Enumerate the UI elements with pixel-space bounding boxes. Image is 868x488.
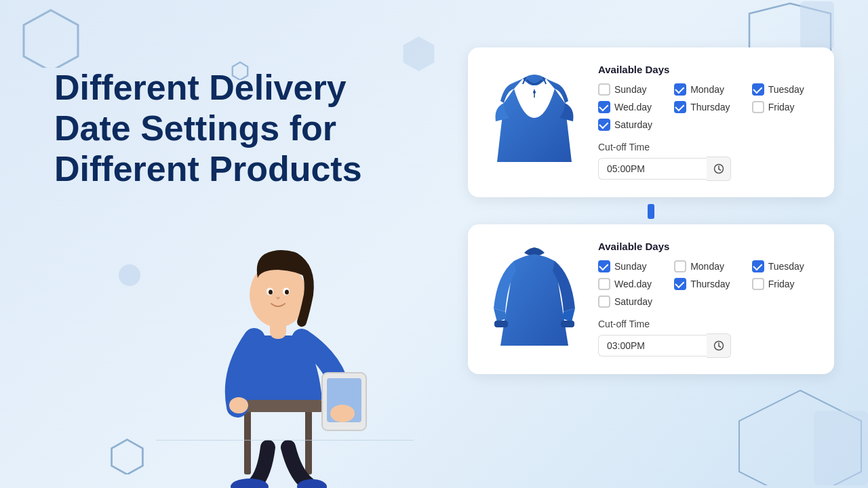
cards-connector xyxy=(648,204,654,219)
card1-label-monday: Monday xyxy=(690,84,724,95)
svg-rect-28 xyxy=(494,321,508,327)
card1-checkbox-tuesday[interactable] xyxy=(752,83,764,96)
cards-section: Available Days Sunday Monday Tuesday xyxy=(468,47,834,374)
card1-checkbox-wednesday[interactable] xyxy=(598,101,610,113)
card2-checkbox-friday[interactable] xyxy=(752,278,764,290)
card1-day-friday: Friday xyxy=(752,101,815,113)
product-image-longsleeve xyxy=(487,241,582,349)
svg-point-21 xyxy=(285,290,289,295)
card1-label-tuesday: Tuesday xyxy=(768,84,804,95)
person-illustration xyxy=(149,203,407,488)
card1-checkbox-friday[interactable] xyxy=(752,101,764,113)
deco-shape-bottom-right xyxy=(732,384,868,488)
bottom-divider xyxy=(156,440,414,441)
card2-checkbox-wednesday[interactable] xyxy=(598,278,610,290)
card1-day-thursday: Thursday xyxy=(674,101,741,113)
svg-rect-7 xyxy=(814,411,868,485)
card2-label-friday: Friday xyxy=(768,279,795,289)
card2-day-friday: Friday xyxy=(752,278,815,290)
card2-day-thursday: Thursday xyxy=(674,278,741,290)
card1-label-thursday: Thursday xyxy=(690,102,730,113)
svg-marker-6 xyxy=(739,390,861,485)
card1-checkbox-saturday[interactable] xyxy=(598,119,610,131)
card2-label-monday: Monday xyxy=(690,261,724,272)
svg-line-32 xyxy=(719,346,721,348)
card1-label-friday: Friday xyxy=(768,102,795,113)
svg-rect-8 xyxy=(244,407,251,474)
card1-content: Available Days Sunday Monday Tuesday xyxy=(598,64,815,181)
svg-line-27 xyxy=(719,169,721,171)
card1-checkbox-thursday[interactable] xyxy=(674,101,686,113)
card1-time-button[interactable] xyxy=(707,157,731,181)
card2-time-input-row xyxy=(598,333,815,358)
card2-content: Available Days Sunday Monday Tuesday xyxy=(598,241,815,358)
card2-day-sunday: Sunday xyxy=(598,260,663,272)
card2-label-thursday: Thursday xyxy=(690,279,730,289)
card1-checkbox-sunday[interactable] xyxy=(598,83,610,96)
card2-checkbox-tuesday[interactable] xyxy=(752,260,764,272)
card2-checkbox-monday[interactable] xyxy=(674,260,686,272)
card2-label-sunday: Sunday xyxy=(614,261,646,272)
svg-point-20 xyxy=(269,290,273,295)
card2-section-title: Available Days xyxy=(598,241,815,252)
product-image-polo xyxy=(487,64,582,165)
card2-label-saturday: Saturday xyxy=(614,296,652,307)
card1-time-input-row xyxy=(598,157,815,181)
title-block: Different Delivery Date Settings for Dif… xyxy=(54,68,420,189)
clock-icon xyxy=(713,163,724,174)
card2-label-tuesday: Tuesday xyxy=(768,261,804,272)
svg-point-24 xyxy=(533,91,536,94)
card-polo: Available Days Sunday Monday Tuesday xyxy=(468,47,834,197)
card1-checkbox-monday[interactable] xyxy=(674,83,686,96)
card1-label-saturday: Saturday xyxy=(614,119,652,130)
svg-point-15 xyxy=(330,405,355,422)
card1-section-title: Available Days xyxy=(598,64,815,75)
svg-rect-9 xyxy=(305,407,312,474)
card2-checkbox-sunday[interactable] xyxy=(598,260,610,272)
card2-checkbox-saturday[interactable] xyxy=(598,296,610,308)
card-longsleeve: Available Days Sunday Monday Tuesday xyxy=(468,224,834,374)
card1-cutoff-label: Cut-off Time xyxy=(598,142,815,152)
card1-day-sunday: Sunday xyxy=(598,83,663,96)
card2-day-saturday: Saturday xyxy=(598,296,663,308)
left-section: Different Delivery Date Settings for Dif… xyxy=(0,0,434,488)
card2-day-tuesday: Tuesday xyxy=(752,260,815,272)
page-title: Different Delivery Date Settings for Dif… xyxy=(54,68,420,189)
svg-rect-5 xyxy=(800,1,834,49)
card1-day-tuesday: Tuesday xyxy=(752,83,815,96)
card2-checkbox-thursday[interactable] xyxy=(674,278,686,290)
card2-time-button[interactable] xyxy=(707,333,731,358)
card1-cutoff-section: Cut-off Time xyxy=(598,142,815,181)
card2-cutoff-section: Cut-off Time xyxy=(598,319,815,358)
card1-label-wednesday: Wed.day xyxy=(614,102,652,113)
card2-cutoff-label: Cut-off Time xyxy=(598,319,815,329)
card1-day-monday: Monday xyxy=(674,83,741,96)
card2-days-grid: Sunday Monday Tuesday Wed.day Thurs xyxy=(598,260,815,308)
card1-label-sunday: Sunday xyxy=(614,84,646,95)
card2-label-wednesday: Wed.day xyxy=(614,279,652,289)
card1-time-input[interactable] xyxy=(598,158,707,180)
clock-icon-2 xyxy=(713,340,724,351)
card2-day-wednesday: Wed.day xyxy=(598,278,663,290)
card2-day-monday: Monday xyxy=(674,260,741,272)
svg-point-22 xyxy=(229,397,248,413)
card1-day-wednesday: Wed.day xyxy=(598,101,663,113)
card2-time-input[interactable] xyxy=(598,335,707,357)
card1-day-saturday: Saturday xyxy=(598,119,663,131)
card1-days-grid: Sunday Monday Tuesday Wed.day Thurs xyxy=(598,83,815,131)
svg-rect-29 xyxy=(561,321,574,327)
